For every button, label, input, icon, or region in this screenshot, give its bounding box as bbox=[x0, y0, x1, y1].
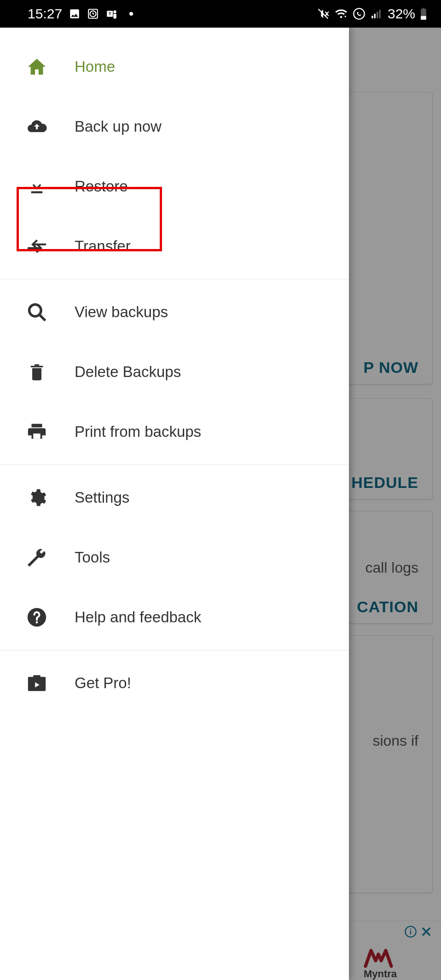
shop-icon bbox=[26, 672, 48, 694]
wifi-calling-icon bbox=[353, 7, 366, 20]
nav-label: Help and feedback bbox=[75, 609, 201, 626]
wrench-icon bbox=[26, 546, 48, 568]
nav-item-get-pro[interactable]: Get Pro! bbox=[0, 653, 349, 713]
nav-item-settings[interactable]: Settings bbox=[0, 468, 349, 528]
nav-label: Print from backups bbox=[75, 423, 201, 441]
nav-label: Tools bbox=[75, 549, 110, 566]
svg-rect-12 bbox=[421, 16, 426, 20]
print-icon bbox=[26, 421, 48, 443]
svg-point-19 bbox=[29, 305, 41, 317]
svg-rect-7 bbox=[374, 14, 376, 18]
nav-label: Restore bbox=[75, 178, 128, 195]
nav-label: View backups bbox=[75, 303, 168, 321]
svg-rect-8 bbox=[377, 12, 378, 18]
nav-label: Get Pro! bbox=[75, 674, 131, 692]
nav-item-home[interactable]: Home bbox=[0, 37, 349, 97]
wifi-icon bbox=[334, 7, 348, 20]
teams-icon: T bbox=[105, 8, 118, 20]
signal-icon bbox=[370, 8, 383, 20]
search-icon bbox=[26, 301, 48, 323]
clock-app-icon bbox=[87, 8, 99, 20]
nav-item-delete-backups[interactable]: Delete Backups bbox=[0, 342, 349, 402]
gear-icon bbox=[26, 487, 48, 509]
svg-rect-9 bbox=[379, 10, 380, 18]
cloud-upload-icon bbox=[26, 116, 48, 138]
navigation-drawer: Home Back up now Restore Transfer bbox=[0, 28, 349, 980]
transfer-icon bbox=[26, 235, 48, 257]
battery-icon bbox=[420, 7, 427, 20]
divider bbox=[0, 279, 349, 279]
nav-item-view-backups[interactable]: View backups bbox=[0, 282, 349, 342]
nav-label: Delete Backups bbox=[75, 363, 181, 381]
download-icon bbox=[26, 175, 48, 197]
svg-line-20 bbox=[40, 315, 46, 321]
status-right: 32% bbox=[317, 6, 427, 22]
svg-rect-18 bbox=[31, 191, 43, 193]
nav-item-transfer[interactable]: Transfer bbox=[0, 216, 349, 276]
divider bbox=[0, 464, 349, 465]
nav-item-restore[interactable]: Restore bbox=[0, 157, 349, 216]
svg-text:T: T bbox=[109, 11, 111, 16]
nav-item-print-backups[interactable]: Print from backups bbox=[0, 402, 349, 462]
nav-item-tools[interactable]: Tools bbox=[0, 528, 349, 587]
app-body: P NOW HEDULE fe call logs CATION sions i… bbox=[0, 28, 441, 980]
nav-label: Back up now bbox=[75, 118, 162, 135]
status-time: 15:27 bbox=[28, 6, 62, 22]
svg-rect-6 bbox=[371, 16, 373, 18]
svg-point-23 bbox=[36, 621, 38, 624]
svg-point-5 bbox=[354, 8, 364, 19]
svg-point-3 bbox=[113, 10, 116, 13]
status-bar: 15:27 T 32% bbox=[0, 0, 441, 28]
nav-label: Settings bbox=[75, 489, 129, 506]
vibrate-icon bbox=[317, 7, 330, 20]
svg-rect-21 bbox=[33, 434, 40, 439]
divider bbox=[0, 650, 349, 650]
nav-label: Transfer bbox=[75, 238, 131, 255]
help-icon bbox=[26, 606, 48, 628]
status-left: 15:27 T bbox=[28, 6, 133, 22]
svg-rect-11 bbox=[423, 8, 425, 9]
nav-label: Home bbox=[75, 58, 115, 75]
trash-icon bbox=[26, 361, 48, 383]
more-notifications-dot bbox=[129, 12, 133, 16]
nav-item-backup-now[interactable]: Back up now bbox=[0, 97, 349, 157]
home-icon bbox=[26, 56, 48, 78]
image-icon bbox=[69, 8, 81, 20]
battery-percentage: 32% bbox=[388, 6, 415, 22]
nav-item-help-feedback[interactable]: Help and feedback bbox=[0, 587, 349, 647]
